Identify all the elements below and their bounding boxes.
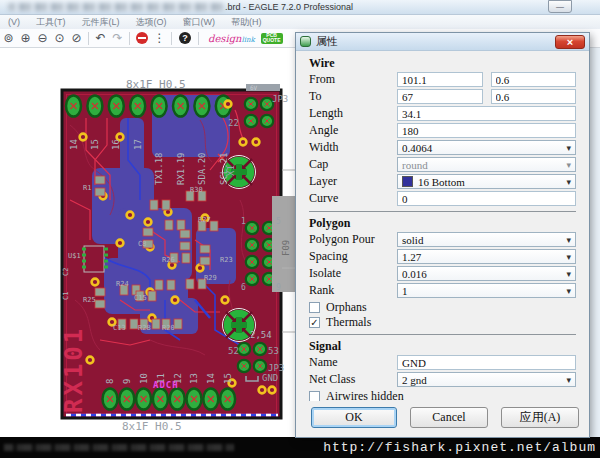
r29-label: R29 [204, 274, 217, 282]
thermals-row: ✓ Thermals [309, 315, 576, 329]
menu-item-options[interactable]: 选项(O) [128, 16, 175, 29]
r27-label: R27 [198, 216, 211, 224]
stop-icon[interactable] [136, 32, 148, 44]
to-row: To [309, 89, 576, 104]
section-divider [309, 334, 576, 335]
r1-label: R1 [83, 184, 91, 192]
r26-label: R26 [162, 256, 175, 264]
pin52-label: 52 [228, 346, 239, 356]
toolbar-separator [88, 32, 89, 45]
pin22-label: 22 [228, 118, 239, 128]
length-label: Length [309, 106, 397, 121]
airwires-hidden-checkbox[interactable] [309, 391, 320, 402]
to-x-input[interactable] [397, 89, 483, 104]
window-title: .brd - EAGLE 7.2.0 Professional [225, 2, 353, 12]
watermark-url: http://fishark.pixnet.net/album [323, 440, 596, 455]
from-y-input[interactable] [491, 72, 577, 87]
c2-label: C2 [62, 268, 70, 276]
isolate-combobox[interactable]: 0.016 ▾ [397, 266, 576, 281]
thermals-checkbox[interactable]: ✓ [309, 317, 320, 328]
pin-label: 14 [69, 139, 79, 150]
layer-value: 16 Bottom [418, 176, 564, 188]
chevron-down-icon: ▾ [564, 235, 573, 245]
r30-label: R30 [190, 186, 203, 194]
polygon-pour-row: Polygon Pour solid ▾ [309, 232, 576, 247]
width-row: Width 0.4064 ▾ [309, 140, 576, 155]
pcbquote-icon[interactable]: PCB QUOTE [261, 33, 283, 44]
minimize-button[interactable]: — [548, 0, 572, 13]
menu-item-tools[interactable]: 工具(T) [28, 16, 74, 29]
wire-section-heading: Wire [309, 56, 576, 72]
length-input[interactable] [397, 106, 576, 121]
angle-input[interactable] [397, 123, 576, 138]
designlink-text: design [208, 33, 242, 44]
pin-label: 15 [223, 373, 233, 384]
spacing-combobox[interactable]: 1.27 ▾ [397, 249, 576, 264]
dialog-button-row: OK Cancel 应用(A) [296, 401, 589, 437]
pin-label: TX1.18 [154, 152, 164, 185]
zoom-redraw-icon[interactable]: ⊘ [68, 30, 85, 47]
zoom-select-icon[interactable]: ⊚ [0, 30, 17, 47]
help-icon[interactable]: ? [179, 32, 191, 44]
ok-button[interactable]: OK [311, 407, 397, 428]
titlebar: .brd - EAGLE 7.2.0 Professional — [0, 0, 600, 15]
more-icon[interactable]: ⋮ [151, 30, 168, 47]
adch-label: ADCH [153, 380, 179, 390]
to-y-input[interactable] [491, 89, 577, 104]
layer-combobox[interactable]: 16 Bottom ▾ [397, 174, 576, 189]
chevron-down-icon: ▾ [564, 375, 573, 385]
netclass-row: Net Class 2 gnd ▾ [309, 372, 576, 387]
airwires-hidden-label: Airwires hidden [326, 389, 404, 402]
length-row: Length [309, 106, 576, 121]
dimension-254-label: 2,54 [250, 330, 272, 340]
jp3-top-label: JP3 [272, 94, 288, 104]
signal-name-input[interactable] [397, 355, 576, 370]
orphans-label: Orphans [326, 300, 367, 315]
rank-label: Rank [309, 283, 397, 298]
curve-input[interactable] [397, 191, 576, 206]
cancel-button[interactable]: Cancel [410, 407, 488, 428]
spacing-label: Spacing [309, 249, 397, 264]
polygon-pour-combobox[interactable]: solid ▾ [397, 232, 576, 247]
designlink-sub-text: link [242, 36, 255, 44]
cap-label: Cap [309, 157, 397, 172]
c15-label: C15 [134, 294, 147, 302]
cap-combobox[interactable]: round ▾ [397, 157, 576, 172]
menu-item-window[interactable]: 窗口(W) [175, 16, 224, 29]
cap-value: round [402, 159, 564, 171]
zoom-exact-icon[interactable]: ⊙ [51, 30, 68, 47]
blurred-caption [4, 444, 234, 451]
menu-item-view[interactable]: (V) [0, 17, 28, 27]
signal-name-row: Name [309, 355, 576, 370]
layer-row: Layer 16 Bottom ▾ [309, 174, 576, 189]
width-combobox[interactable]: 0.4064 ▾ [397, 140, 576, 155]
polygon-pour-value: solid [402, 234, 564, 246]
menubar: (V) 工具(T) 元件库(L) 选项(O) 窗口(W) 帮助(H) [0, 15, 600, 29]
rank-value: 1 [402, 285, 564, 297]
properties-dialog: 属性 × Wire From To Length Angle [295, 32, 590, 438]
isolate-row: Isolate 0.016 ▾ [309, 266, 576, 281]
menu-item-help[interactable]: 帮助(H) [223, 16, 270, 29]
cap-row: Cap round ▾ [309, 157, 576, 172]
c1-label: C1 [62, 292, 70, 300]
window-right-edge [589, 48, 600, 437]
gnd-label: GND [262, 373, 278, 383]
designlink-logo[interactable]: designlink [208, 33, 255, 44]
jp3-bottom-label: JP3 [268, 363, 284, 373]
undo-icon[interactable]: ↶ [92, 30, 109, 47]
zoom-out-icon[interactable]: ⊖ [34, 30, 51, 47]
netclass-combobox[interactable]: 2 gnd ▾ [397, 372, 576, 387]
pin1-label: 1 [241, 217, 246, 226]
apply-button[interactable]: 应用(A) [501, 407, 579, 428]
pin-label: 14 [206, 373, 216, 384]
dialog-icon [300, 36, 311, 47]
from-x-input[interactable] [397, 72, 483, 87]
zoom-in-icon[interactable]: ⊕ [17, 30, 34, 47]
rank-combobox[interactable]: 1 ▾ [397, 283, 576, 298]
redo-icon[interactable]: ↷ [109, 30, 126, 47]
close-icon[interactable]: × [555, 35, 585, 49]
menu-item-library[interactable]: 元件库(L) [74, 16, 128, 29]
dialog-titlebar[interactable]: 属性 × [296, 33, 589, 51]
orphans-checkbox[interactable] [309, 302, 320, 313]
u1-label: U$1 [68, 252, 81, 260]
